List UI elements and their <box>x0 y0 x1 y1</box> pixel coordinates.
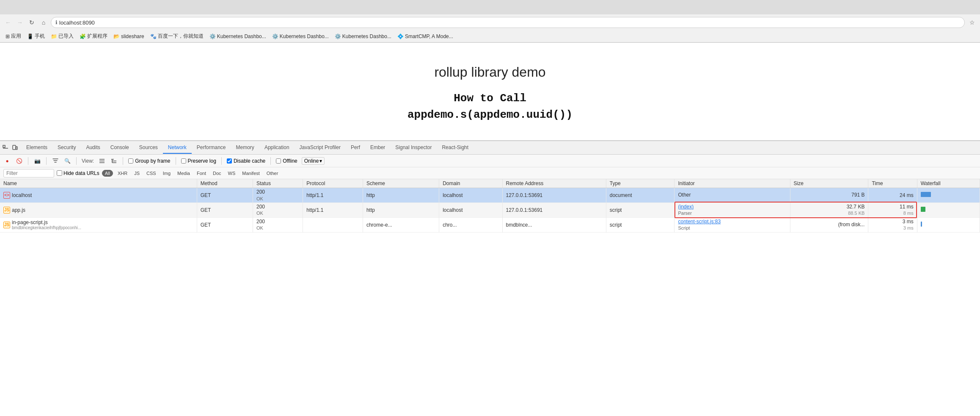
col-type[interactable]: Type <box>606 179 674 188</box>
bookmark-imported[interactable]: 📁 已导入 <box>49 32 76 41</box>
col-remote-address[interactable]: Remote Address <box>502 179 606 188</box>
svg-rect-3 <box>16 147 17 150</box>
tab-performance[interactable]: Performance <box>192 142 231 154</box>
tab-signal-inspector[interactable]: Signal Inspector <box>390 142 437 154</box>
filter-font-button[interactable]: Font <box>195 170 208 176</box>
row-domain: localhost <box>439 202 502 217</box>
row-initiator: Other <box>674 188 790 203</box>
bookmark-phone[interactable]: 📱 手机 <box>25 32 47 41</box>
tab-js-profiler[interactable]: JavaScript Profiler <box>295 142 346 154</box>
device-toggle-icon[interactable] <box>11 144 19 152</box>
filter-manifest-button[interactable]: Manifest <box>240 170 262 176</box>
col-scheme[interactable]: Scheme <box>363 179 439 188</box>
bookmark-k8s-2[interactable]: ⚙️ Kubernetes Dashbo... <box>270 33 331 40</box>
filter-doc-button[interactable]: Doc <box>211 170 223 176</box>
tab-network[interactable]: Network <box>163 142 192 154</box>
col-initiator[interactable]: Initiator <box>674 179 790 188</box>
table-row[interactable]: JS app.js GET 200 OK http/1.1 http local… <box>0 202 980 217</box>
table-row[interactable]: <> localhost GET 200 OK http/1.1 http lo… <box>0 188 980 203</box>
col-method[interactable]: Method <box>197 179 253 188</box>
bookmark-button[interactable]: ☆ <box>967 18 977 27</box>
clear-button[interactable]: 🚫 <box>15 157 23 165</box>
tab-application[interactable]: Application <box>259 142 295 154</box>
html-file-icon: <> <box>3 192 10 199</box>
disable-cache-checkbox[interactable]: Disable cache <box>227 158 265 164</box>
hide-data-urls-checkbox[interactable]: Hide data URLs <box>57 170 99 176</box>
home-button[interactable]: ⌂ <box>39 18 48 27</box>
devtools-panel: Elements Security Audits Console Sources… <box>0 140 980 233</box>
toolbar-sep-5 <box>176 157 176 165</box>
search-icon[interactable]: 🔍 <box>63 157 71 165</box>
bookmark-bar: ⊞ 应用 📱 手机 📁 已导入 🧩 扩展程序 📂 slideshare 🐾 百度… <box>0 31 980 42</box>
extension-icon: 🧩 <box>80 33 86 39</box>
tab-memory[interactable]: Memory <box>231 142 259 154</box>
tab-sources[interactable]: Sources <box>134 142 163 154</box>
col-protocol[interactable]: Protocol <box>303 179 363 188</box>
filter-all-button[interactable]: All <box>102 170 113 177</box>
bookmark-extensions[interactable]: 🧩 扩展程序 <box>77 32 110 41</box>
list-view-icon[interactable] <box>98 157 106 165</box>
forward-button[interactable]: → <box>15 18 25 27</box>
reload-button[interactable]: ↻ <box>27 18 36 27</box>
row-scheme: http <box>363 188 439 203</box>
inspect-element-icon[interactable] <box>2 144 9 152</box>
online-dropdown[interactable]: Online ▾ <box>302 157 325 165</box>
preserve-log-input[interactable] <box>181 158 186 164</box>
group-by-frame-input[interactable] <box>128 158 133 164</box>
row-method: GET <box>197 188 253 203</box>
col-domain[interactable]: Domain <box>439 179 502 188</box>
filter-other-button[interactable]: Other <box>264 170 281 176</box>
col-status[interactable]: Status <box>253 179 303 188</box>
filter-css-button[interactable]: CSS <box>144 170 158 176</box>
record-button[interactable]: ● <box>3 157 11 165</box>
col-time[interactable]: Time <box>868 179 917 188</box>
k8s3-icon: ⚙️ <box>335 33 341 39</box>
page-title: rollup library demo <box>434 64 545 80</box>
col-size[interactable]: Size <box>790 179 868 188</box>
page-subtitle: How to Call appdemo.s(appdemo.uuid()) <box>407 90 573 123</box>
tab-ember[interactable]: Ember <box>365 142 390 154</box>
tab-perf[interactable]: Perf <box>346 142 365 154</box>
filter-img-button[interactable]: Img <box>161 170 173 176</box>
row-protocol: http/1.1 <box>303 188 363 203</box>
bookmark-k8s-1[interactable]: ⚙️ Kubernetes Dashbo... <box>207 33 268 40</box>
browser-chrome: ← → ↻ ⌂ ℹ localhost:8090 ☆ ⊞ 应用 📱 手机 📁 已… <box>0 0 980 43</box>
row-waterfall <box>917 188 980 203</box>
tab-console[interactable]: Console <box>105 142 134 154</box>
col-waterfall[interactable]: Waterfall <box>917 179 980 188</box>
filter-js-button[interactable]: JS <box>132 170 142 176</box>
row-domain: chro... <box>439 217 502 232</box>
tab-react-sight[interactable]: React-Sight <box>437 142 473 154</box>
filter-icon[interactable] <box>52 157 59 165</box>
back-button[interactable]: ← <box>3 18 13 27</box>
bookmark-k8s-3[interactable]: ⚙️ Kubernetes Dashbo... <box>333 33 394 40</box>
hide-data-urls-input[interactable] <box>57 170 62 176</box>
disable-cache-input[interactable] <box>227 158 232 164</box>
filter-media-button[interactable]: Media <box>175 170 192 176</box>
tab-elements[interactable]: Elements <box>21 142 52 154</box>
subtitle-line1: How to Call <box>407 90 573 107</box>
offline-input[interactable] <box>276 158 281 164</box>
row-size: 32.7 KB 88.5 KB <box>790 202 868 217</box>
col-name[interactable]: Name <box>0 179 197 188</box>
filter-input[interactable] <box>3 169 54 177</box>
table-row[interactable]: JS in-page-script.js bmdblncegkenkacieih… <box>0 217 980 232</box>
waterfall-bar <box>921 192 931 197</box>
bookmark-baidu[interactable]: 🐾 百度一下，你就知道 <box>148 32 206 41</box>
row-size: 791 B <box>790 188 868 203</box>
tab-audits[interactable]: Audits <box>81 142 105 154</box>
group-by-frame-checkbox[interactable]: Group by frame <box>128 158 170 164</box>
bookmark-apps[interactable]: ⊞ 应用 <box>3 32 23 41</box>
filter-xhr-button[interactable]: XHR <box>116 170 129 176</box>
toolbar-sep-6 <box>221 157 222 165</box>
address-bar[interactable]: ℹ localhost:8090 <box>51 17 965 28</box>
tree-view-icon[interactable] <box>110 157 118 165</box>
preserve-log-checkbox[interactable]: Preserve log <box>181 158 216 164</box>
bookmark-slideshare[interactable]: 📂 slideshare <box>111 33 146 40</box>
filter-ws-button[interactable]: WS <box>226 170 238 176</box>
bookmark-smartcmp[interactable]: 💠 SmartCMP, A Mode... <box>395 33 455 40</box>
camera-icon[interactable]: 📷 <box>33 157 41 165</box>
folder2-icon: 📂 <box>113 33 120 39</box>
tab-security[interactable]: Security <box>52 142 81 154</box>
offline-checkbox[interactable]: Offline <box>276 158 297 164</box>
